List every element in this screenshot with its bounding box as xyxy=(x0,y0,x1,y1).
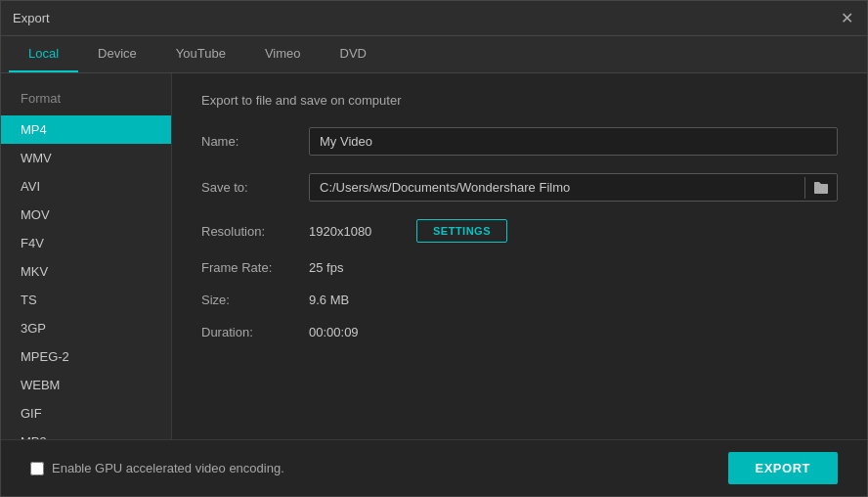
saveto-label: Save to: xyxy=(201,180,309,195)
size-value: 9.6 MB xyxy=(309,293,349,307)
duration-value: 00:00:09 xyxy=(309,325,359,339)
gpu-checkbox-label[interactable]: Enable GPU accelerated video encoding. xyxy=(30,461,284,475)
format-webm[interactable]: WEBM xyxy=(1,371,171,399)
name-label: Name: xyxy=(201,134,309,149)
format-ts[interactable]: TS xyxy=(1,286,171,314)
format-f4v[interactable]: F4V xyxy=(1,229,171,257)
format-mov[interactable]: MOV xyxy=(1,201,171,229)
settings-button[interactable]: SETTINGS xyxy=(416,219,507,243)
format-3gp[interactable]: 3GP xyxy=(1,314,171,342)
size-label: Size: xyxy=(201,293,309,307)
tab-device[interactable]: Device xyxy=(78,36,156,72)
title-bar: Export ✕ xyxy=(1,1,867,36)
saveto-container: C:/Users/ws/Documents/Wondershare Filmo xyxy=(309,173,838,202)
duration-row: Duration: 00:00:09 xyxy=(201,325,838,339)
format-gif[interactable]: GIF xyxy=(1,399,171,428)
size-row: Size: 9.6 MB xyxy=(201,293,838,307)
export-button[interactable]: EXPORT xyxy=(728,452,838,484)
saveto-row: Save to: C:/Users/ws/Documents/Wondersha… xyxy=(201,173,838,202)
format-wmv[interactable]: WMV xyxy=(1,144,171,172)
folder-browse-button[interactable] xyxy=(804,177,837,199)
close-button[interactable]: ✕ xyxy=(838,10,855,27)
section-title: Export to file and save on computer xyxy=(201,93,838,108)
window-title: Export xyxy=(13,11,50,25)
tab-vimeo[interactable]: Vimeo xyxy=(245,36,321,72)
saveto-value: C:/Users/ws/Documents/Wondershare Filmo xyxy=(310,174,804,201)
name-row: Name: xyxy=(201,127,838,156)
format-mp3[interactable]: MP3 xyxy=(1,428,171,439)
format-mkv[interactable]: MKV xyxy=(1,257,171,286)
format-avi[interactable]: AVI xyxy=(1,172,171,201)
resolution-value: 1920x1080 xyxy=(309,224,397,239)
export-window: Export ✕ Local Device YouTube Vimeo DVD … xyxy=(0,0,868,497)
resolution-controls: 1920x1080 SETTINGS xyxy=(309,219,507,243)
resolution-label: Resolution: xyxy=(201,224,309,239)
name-input[interactable] xyxy=(309,127,838,156)
duration-label: Duration: xyxy=(201,325,309,339)
tab-dvd[interactable]: DVD xyxy=(321,36,386,72)
framerate-value: 25 fps xyxy=(309,260,343,275)
main-panel: Export to file and save on computer Name… xyxy=(172,73,867,439)
folder-icon xyxy=(813,181,829,195)
tab-local[interactable]: Local xyxy=(9,36,78,72)
bottom-bar: Enable GPU accelerated video encoding. E… xyxy=(1,439,867,496)
gpu-label: Enable GPU accelerated video encoding. xyxy=(52,461,284,475)
content-area: Format MP4 WMV AVI MOV F4V MKV TS 3GP MP… xyxy=(1,73,867,439)
format-label: Format xyxy=(1,83,171,115)
format-mpeg2[interactable]: MPEG-2 xyxy=(1,342,171,371)
gpu-checkbox[interactable] xyxy=(30,462,44,475)
format-mp4[interactable]: MP4 xyxy=(1,115,171,144)
resolution-row: Resolution: 1920x1080 SETTINGS xyxy=(201,219,838,243)
tabs-container: Local Device YouTube Vimeo DVD xyxy=(1,36,867,73)
framerate-row: Frame Rate: 25 fps xyxy=(201,260,838,275)
tab-youtube[interactable]: YouTube xyxy=(156,36,245,72)
format-sidebar: Format MP4 WMV AVI MOV F4V MKV TS 3GP MP… xyxy=(1,73,172,439)
framerate-label: Frame Rate: xyxy=(201,260,309,275)
